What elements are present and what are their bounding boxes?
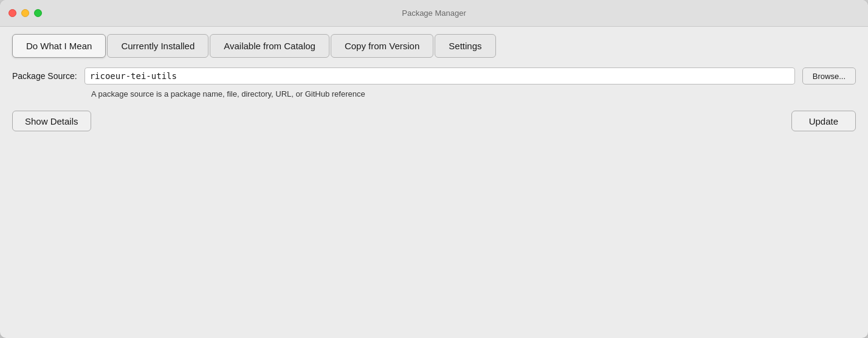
tab-bar: Do What I Mean Currently Installed Avail… [12, 34, 856, 58]
browse-button[interactable]: Browse... [802, 67, 856, 84]
action-row: Show Details Update [12, 111, 856, 131]
tab-do-what-i-mean[interactable]: Do What I Mean [12, 34, 106, 58]
content-area: Do What I Mean Currently Installed Avail… [0, 27, 868, 338]
package-source-input[interactable] [84, 67, 795, 84]
minimize-button[interactable] [21, 9, 29, 17]
package-source-label: Package Source: [12, 71, 77, 81]
package-source-row: Package Source: Browse... [12, 67, 856, 84]
tab-settings[interactable]: Settings [435, 34, 495, 58]
maximize-button[interactable] [34, 9, 42, 17]
tab-available-from-catalog[interactable]: Available from Catalog [210, 34, 329, 58]
tab-currently-installed[interactable]: Currently Installed [107, 34, 208, 58]
titlebar: Package Manager [0, 0, 868, 27]
update-button[interactable]: Update [791, 111, 856, 131]
main-window: Package Manager Do What I Mean Currently… [0, 0, 868, 338]
window-controls [9, 9, 42, 17]
hint-text: A package source is a package name, file… [91, 89, 856, 98]
close-button[interactable] [9, 9, 16, 17]
tab-copy-from-version[interactable]: Copy from Version [331, 34, 433, 58]
show-details-button[interactable]: Show Details [12, 111, 91, 131]
window-title: Package Manager [402, 9, 466, 18]
